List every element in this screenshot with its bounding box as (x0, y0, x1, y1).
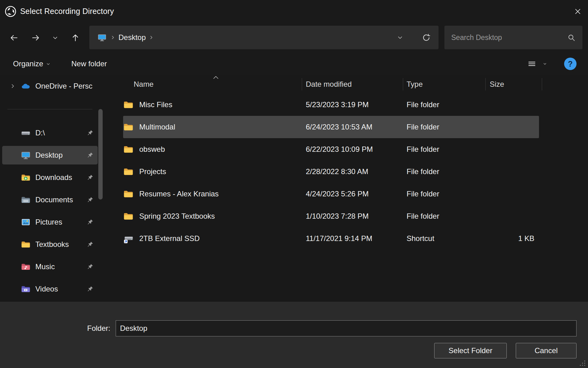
file-type: File folder (403, 167, 486, 176)
sort-ascending-icon (213, 76, 219, 79)
sidebar-item-icon (21, 217, 31, 227)
close-button[interactable] (568, 0, 588, 23)
folder-label: Folder: (87, 324, 110, 333)
file-row-spring-2023-textbooks[interactable]: Spring 2023 Textbooks 1/10/2023 7:28 PM … (123, 205, 539, 227)
file-row-obsweb[interactable]: obsweb 6/22/2023 10:09 PM File folder (123, 138, 539, 160)
breadcrumb-chevron-icon[interactable] (110, 35, 116, 40)
pin-icon (87, 286, 94, 292)
sidebar-item-pictures[interactable]: Pictures (2, 213, 98, 231)
column-header-date-modified[interactable]: Date modified (302, 75, 403, 94)
expand-chevron-icon (10, 241, 21, 248)
sidebar-item-icon (21, 173, 31, 182)
sidebar-items: OneDrive - Persc D:\ Desktop Downloads (0, 75, 112, 298)
file-row-multimodal[interactable]: Multimodal 6/24/2023 10:53 AM File folde… (123, 116, 539, 138)
file-date-modified: 5/23/2023 3:19 PM (302, 100, 403, 109)
column-label-type: Type (407, 80, 423, 89)
sidebar-item-icon (21, 81, 31, 91)
list-header: Name Date modified Type Size (112, 75, 588, 94)
new-folder-button[interactable]: New folder (68, 53, 110, 75)
help-button[interactable]: ? (564, 58, 577, 70)
file-name: Resumes - Alex Kranias (139, 190, 219, 198)
pin-icon (87, 241, 94, 248)
search-input[interactable] (451, 33, 564, 42)
sidebar-item-d[interactable]: D:\ (2, 124, 98, 142)
view-mode-button[interactable] (524, 56, 539, 71)
file-type: File folder (403, 212, 486, 221)
file-icon (123, 233, 134, 244)
sidebar-item-icon (21, 262, 31, 272)
toolbar: Organize New folder ? (0, 53, 588, 75)
sidebar-item-videos[interactable]: Videos (2, 280, 98, 298)
file-name-cell: Resumes - Alex Kranias (123, 189, 302, 199)
file-size: 1 KB (486, 234, 539, 243)
scrollbar-thumb[interactable] (98, 109, 103, 199)
sidebar: OneDrive - Persc D:\ Desktop Downloads (0, 75, 112, 302)
search-icon[interactable] (567, 33, 576, 42)
cancel-button[interactable]: Cancel (516, 343, 577, 358)
sidebar-item-textbooks[interactable]: Textbooks (2, 235, 98, 254)
expand-chevron-icon[interactable] (10, 82, 21, 90)
refresh-button[interactable] (419, 29, 433, 46)
sidebar-item-icon (21, 128, 31, 138)
file-row-resumes-alex-kranias[interactable]: Resumes - Alex Kranias 4/24/2023 5:26 PM… (123, 183, 539, 205)
sidebar-item-icon (21, 284, 31, 294)
sidebar-scrollbar[interactable] (98, 94, 103, 300)
folder-name-input[interactable] (116, 320, 577, 336)
file-dialog-window: Select Recording Directory (0, 0, 588, 368)
sidebar-item-onedrive-persc[interactable]: OneDrive - Persc (2, 77, 98, 95)
column-label-size: Size (490, 80, 504, 89)
column-header-name[interactable]: Name (112, 75, 302, 94)
forward-button[interactable] (29, 31, 43, 45)
breadcrumb-desktop[interactable]: Desktop (118, 33, 146, 42)
view-mode-dropdown-button[interactable] (542, 56, 548, 71)
expand-chevron-icon (10, 285, 21, 293)
pin-icon (87, 152, 94, 159)
navigation-bar: Desktop (0, 23, 588, 53)
obs-logo-icon (4, 5, 17, 18)
resize-grip[interactable] (579, 360, 586, 366)
back-button[interactable] (7, 31, 21, 45)
file-row-misc-files[interactable]: Misc Files 5/23/2023 3:19 PM File folder (123, 94, 539, 116)
select-folder-button[interactable]: Select Folder (434, 343, 507, 358)
search-box[interactable] (444, 26, 582, 49)
file-name: Projects (139, 167, 166, 176)
details-view-icon (527, 59, 537, 68)
sidebar-divider (7, 109, 92, 109)
pin-icon (87, 83, 94, 90)
sidebar-item-desktop[interactable]: Desktop (2, 146, 98, 164)
address-bar[interactable]: Desktop (89, 26, 439, 49)
file-date-modified: 2/28/2022 8:30 AM (302, 167, 403, 176)
chevron-down-icon (46, 62, 51, 66)
file-row-projects[interactable]: Projects 2/28/2022 8:30 AM File folder (123, 160, 539, 183)
sidebar-item-downloads[interactable]: Downloads (2, 168, 98, 187)
chevron-down-icon (543, 62, 547, 66)
desktop-location-icon (97, 33, 107, 42)
up-button[interactable] (68, 31, 82, 45)
file-type: File folder (403, 145, 486, 154)
file-icon (123, 99, 134, 110)
column-header-type[interactable]: Type (403, 75, 486, 94)
file-name: 2TB External SSD (139, 234, 200, 243)
file-name-cell: Multimodal (123, 122, 302, 132)
sidebar-item-icon (21, 239, 31, 249)
new-folder-label: New folder (71, 59, 107, 68)
sidebar-item-music[interactable]: Music (2, 257, 98, 276)
file-icon (123, 122, 134, 132)
file-name-cell: Misc Files (123, 99, 302, 110)
column-header-size[interactable]: Size (486, 75, 542, 94)
file-row-2tb-external-ssd[interactable]: 2TB External SSD 11/17/2021 9:14 PM Shor… (123, 227, 539, 250)
file-date-modified: 1/10/2023 7:28 PM (302, 212, 403, 221)
file-name-cell: Spring 2023 Textbooks (123, 211, 302, 221)
file-type: File folder (403, 190, 486, 198)
expand-chevron-icon (10, 218, 21, 226)
organize-button[interactable]: Organize (10, 53, 54, 75)
breadcrumb-chevron-icon[interactable] (149, 35, 154, 40)
file-date-modified: 11/17/2021 9:14 PM (302, 234, 403, 243)
sidebar-item-documents[interactable]: Documents (2, 191, 98, 209)
file-icon (123, 189, 134, 199)
address-dropdown-button[interactable] (393, 29, 407, 46)
file-icon (123, 144, 134, 155)
file-name-cell: obsweb (123, 144, 302, 155)
recent-locations-button[interactable] (49, 31, 61, 45)
expand-chevron-icon (10, 129, 21, 137)
